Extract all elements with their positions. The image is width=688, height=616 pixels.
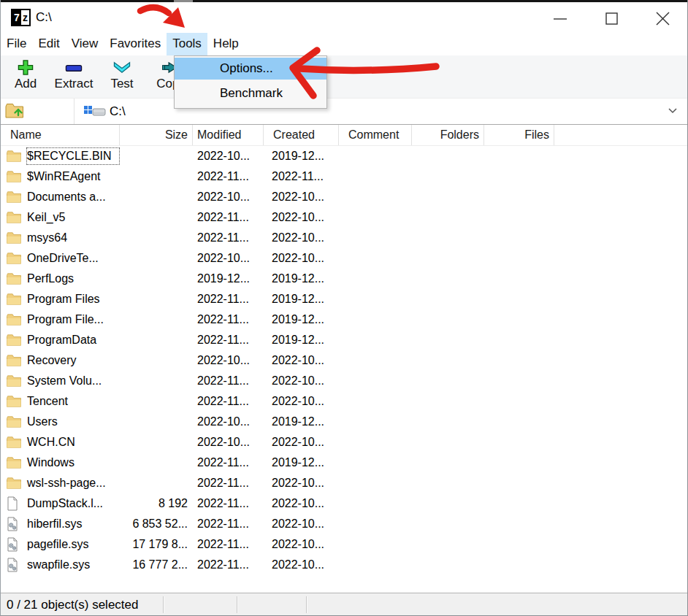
address-bar-row: C:\: [1, 99, 687, 125]
created-cell: 2019-12...: [264, 289, 339, 309]
column-header-comment[interactable]: Comment: [339, 125, 412, 145]
modified-cell: 2022-11...: [193, 534, 264, 555]
maximize-button[interactable]: [602, 9, 622, 29]
created-cell: 2022-10...: [264, 473, 339, 493]
test-button[interactable]: Test: [102, 55, 142, 98]
comment-cell: [339, 269, 412, 289]
name-cell: ProgramData: [1, 330, 120, 350]
name-cell: PerfLogs: [1, 269, 120, 289]
file-row[interactable]: pagefile.sys 17 179 8... 2022-11... 2022…: [1, 534, 687, 555]
column-header-modified[interactable]: Modified: [193, 125, 264, 145]
status-divider: [306, 596, 307, 613]
size-cell: [120, 309, 193, 330]
file-row[interactable]: msys64 2022-11... 2022-10...: [1, 228, 687, 248]
spacer-cell: [554, 350, 687, 371]
add-label: Add: [5, 77, 46, 91]
spacer-cell: [554, 166, 687, 187]
folders-cell: [412, 269, 484, 289]
column-header-name[interactable]: Name: [1, 125, 120, 145]
modified-cell: 2022-11...: [193, 371, 264, 391]
file-name: Users: [26, 413, 120, 431]
file-row[interactable]: $WinREAgent 2022-11... 2022-11...: [1, 166, 687, 187]
spacer-cell: [554, 391, 687, 412]
size-cell: [120, 166, 193, 187]
file-name: hiberfil.sys: [26, 515, 120, 533]
status-divider: [163, 596, 164, 613]
size-cell: [120, 453, 193, 473]
file-row[interactable]: Users 2022-10... 2019-12...: [1, 412, 687, 432]
file-name: Keil_v5: [26, 209, 120, 226]
menu-item-options[interactable]: Options...: [175, 58, 326, 80]
selection-status: 0 / 21 object(s) selected: [7, 593, 138, 616]
folders-cell: [412, 493, 484, 514]
created-cell: 2022-10...: [264, 248, 339, 269]
add-button[interactable]: Add: [5, 55, 46, 98]
menu-item-benchmark[interactable]: Benchmark: [175, 80, 326, 106]
files-cell: [484, 350, 554, 371]
name-cell: System Volu...: [1, 371, 120, 391]
file-row[interactable]: Recovery 2022-10... 2022-10...: [1, 350, 687, 371]
menu-edit[interactable]: Edit: [32, 33, 65, 55]
modified-cell: 2022-11...: [193, 555, 264, 575]
name-cell: Documents a...: [1, 187, 120, 207]
menu-favorites[interactable]: Favorites: [104, 33, 167, 55]
folders-cell: [412, 248, 484, 269]
file-row[interactable]: swapfile.sys 16 777 2... 2022-11... 2022…: [1, 555, 687, 575]
folders-cell: [412, 350, 484, 371]
menu-help[interactable]: Help: [207, 33, 245, 55]
address-combo[interactable]: C:\: [74, 99, 687, 124]
parent-folder-button[interactable]: [4, 101, 26, 122]
folder-icon: [7, 477, 23, 489]
name-cell: Windows: [1, 453, 120, 473]
file-row[interactable]: Program Files 2022-11... 2019-12...: [1, 289, 687, 309]
file-name: swapfile.sys: [26, 556, 120, 574]
modified-cell: 2022-11...: [193, 207, 264, 228]
created-cell: 2022-10...: [264, 350, 339, 371]
files-cell: [484, 146, 554, 166]
minimize-icon: [550, 9, 570, 29]
name-cell: $RECYCLE.BIN: [1, 146, 120, 166]
file-row[interactable]: $RECYCLE.BIN 2022-10... 2019-12...: [1, 146, 687, 166]
file-row[interactable]: Documents a... 2022-10... 2022-10...: [1, 187, 687, 207]
comment-cell: [339, 146, 412, 166]
folders-cell: [412, 514, 484, 534]
column-header-row: Name Size Modified Created Comment Folde…: [1, 125, 687, 146]
column-header-size[interactable]: Size: [120, 125, 193, 145]
column-header-files[interactable]: Files: [484, 125, 554, 145]
file-row[interactable]: DumpStack.l... 8 192 2022-11... 2022-10.…: [1, 493, 687, 514]
file-name: $RECYCLE.BIN: [26, 147, 120, 165]
status-divider: [237, 596, 238, 613]
file-name: PerfLogs: [26, 270, 120, 288]
menu-file[interactable]: File: [1, 33, 32, 55]
extract-button[interactable]: Extract: [46, 55, 102, 98]
file-row[interactable]: wsl-ssh-page... 2022-11... 2022-10...: [1, 473, 687, 493]
size-cell: [120, 330, 193, 350]
file-row[interactable]: hiberfil.sys 6 853 52... 2022-11... 2022…: [1, 514, 687, 534]
chevron-down-icon[interactable]: [667, 106, 679, 116]
minimize-button[interactable]: [550, 9, 570, 29]
close-button[interactable]: [653, 9, 673, 29]
created-cell: 2022-10...: [264, 432, 339, 453]
menu-view[interactable]: View: [66, 33, 104, 55]
folder-icon: [7, 273, 23, 285]
file-row[interactable]: ProgramData 2022-11... 2019-12...: [1, 330, 687, 350]
file-name: DumpStack.l...: [26, 495, 120, 512]
comment-cell: [339, 166, 412, 187]
menu-tools[interactable]: Tools: [167, 33, 207, 55]
file-name: ProgramData: [26, 331, 120, 349]
file-row[interactable]: Keil_v5 2022-11... 2022-10...: [1, 207, 687, 228]
column-header-folders[interactable]: Folders: [412, 125, 484, 145]
file-row[interactable]: PerfLogs 2019-12... 2019-12...: [1, 269, 687, 289]
file-row[interactable]: WCH.CN 2022-10... 2022-10...: [1, 432, 687, 453]
size-cell: [120, 248, 193, 269]
file-row[interactable]: OneDriveTe... 2022-10... 2022-10...: [1, 248, 687, 269]
file-row[interactable]: Windows 2022-11... 2019-12...: [1, 453, 687, 473]
folders-cell: [412, 309, 484, 330]
column-header-created[interactable]: Created: [264, 125, 339, 145]
file-row[interactable]: Program File... 2022-11... 2019-12...: [1, 309, 687, 330]
file-row[interactable]: Tencent 2022-11... 2022-10...: [1, 391, 687, 412]
created-cell: 2022-10...: [264, 207, 339, 228]
created-cell: 2019-12...: [264, 453, 339, 473]
comment-cell: [339, 453, 412, 473]
file-row[interactable]: System Volu... 2022-11... 2022-10...: [1, 371, 687, 391]
